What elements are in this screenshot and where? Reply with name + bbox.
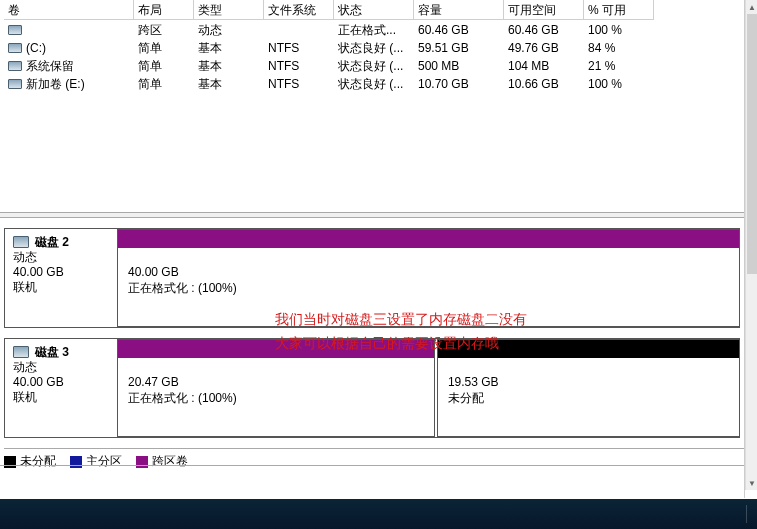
- col-capacity[interactable]: 容量: [414, 0, 504, 20]
- col-type[interactable]: 类型: [194, 0, 264, 20]
- volume-table: 卷 布局 类型 文件系统 状态 容量 可用空间 % 可用 跨区动态正在格式...…: [4, 0, 734, 93]
- partition-size: 40.00 GB: [128, 264, 729, 280]
- disk-state: 联机: [13, 280, 107, 295]
- partition-color-bar: [438, 340, 739, 358]
- disk-title: 磁盘 2: [35, 235, 69, 249]
- legend-primary: 主分区: [70, 453, 122, 470]
- volume-row[interactable]: 跨区动态正在格式...60.46 GB60.46 GB100 %: [4, 21, 734, 39]
- col-layout[interactable]: 布局: [134, 0, 194, 20]
- legend-unalloc: 未分配: [4, 453, 56, 470]
- partition[interactable]: 20.47 GB正在格式化 : (100%): [117, 339, 435, 437]
- disk-dynamic-label: 动态: [13, 250, 107, 265]
- col-status[interactable]: 状态: [334, 0, 414, 20]
- disk-icon: [13, 346, 29, 358]
- disk-icon: [13, 236, 29, 248]
- partition[interactable]: 40.00 GB正在格式化 : (100%): [117, 229, 740, 327]
- scroll-thumb[interactable]: [747, 14, 757, 274]
- disk-size: 40.00 GB: [13, 265, 107, 280]
- taskbar[interactable]: [0, 499, 757, 529]
- disk-panel[interactable]: 磁盘 3动态40.00 GB联机20.47 GB正在格式化 : (100%)19…: [4, 338, 740, 438]
- disk-panel[interactable]: 磁盘 2动态40.00 GB联机40.00 GB正在格式化 : (100%): [4, 228, 740, 328]
- volume-header[interactable]: 卷 布局 类型 文件系统 状态 容量 可用空间 % 可用: [4, 0, 734, 21]
- volume-row[interactable]: 系统保留简单基本NTFS状态良好 (...500 MB104 MB21 %: [4, 57, 734, 75]
- splitter[interactable]: [0, 212, 745, 218]
- disk-icon: [8, 43, 22, 53]
- partition-color-bar: [118, 340, 434, 358]
- col-percent[interactable]: % 可用: [584, 0, 654, 20]
- disk-icon: [8, 25, 22, 35]
- legend-span: 跨区卷: [136, 453, 188, 470]
- disk-info: 磁盘 3动态40.00 GB联机: [5, 339, 115, 437]
- volume-row[interactable]: (C:)简单基本NTFS状态良好 (...59.51 GB49.76 GB84 …: [4, 39, 734, 57]
- partition-color-bar: [118, 230, 739, 248]
- col-filesystem[interactable]: 文件系统: [264, 0, 334, 20]
- legend: 未分配 主分区 跨区卷: [4, 448, 744, 470]
- partition-size: 20.47 GB: [128, 374, 424, 390]
- partition-size: 19.53 GB: [448, 374, 729, 390]
- col-free[interactable]: 可用空间: [504, 0, 584, 20]
- disk-title: 磁盘 3: [35, 345, 69, 359]
- vertical-scrollbar[interactable]: [745, 0, 757, 490]
- disk-state: 联机: [13, 390, 107, 405]
- partition[interactable]: 19.53 GB未分配: [437, 339, 740, 437]
- col-volume[interactable]: 卷: [4, 0, 134, 20]
- partition-status: 未分配: [448, 390, 729, 406]
- disk-icon: [8, 79, 22, 89]
- partition-status: 正在格式化 : (100%): [128, 280, 729, 296]
- disk-info: 磁盘 2动态40.00 GB联机: [5, 229, 115, 327]
- disk-icon: [8, 61, 22, 71]
- disk-size: 40.00 GB: [13, 375, 107, 390]
- scroll-down-icon[interactable]: [746, 476, 757, 490]
- disk-dynamic-label: 动态: [13, 360, 107, 375]
- scroll-up-icon[interactable]: [746, 0, 757, 14]
- volume-row[interactable]: 新加卷 (E:)简单基本NTFS状态良好 (...10.70 GB10.66 G…: [4, 75, 734, 93]
- disk-graphical-view: 磁盘 2动态40.00 GB联机40.00 GB正在格式化 : (100%)磁盘…: [4, 228, 740, 438]
- partition-status: 正在格式化 : (100%): [128, 390, 424, 406]
